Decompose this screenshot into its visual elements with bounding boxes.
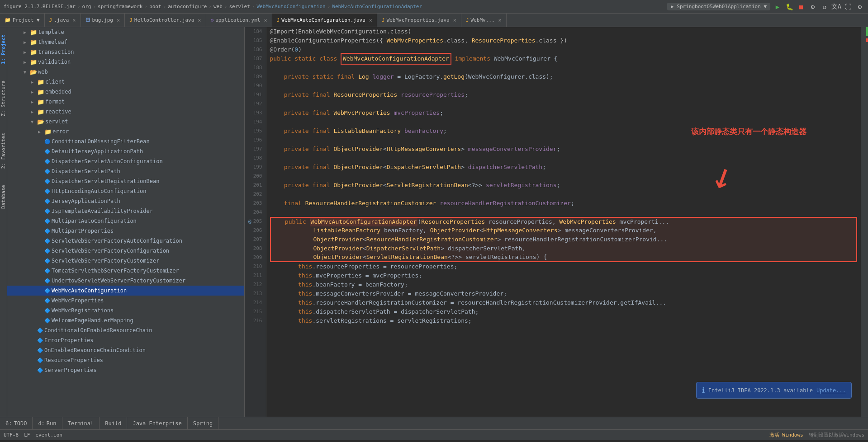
tab-webmv2-close[interactable]: × (498, 17, 502, 24)
code-line-185: @EnableConfigurationProperties({ WebMvcP… (270, 36, 858, 45)
code-line-189: private static final Log logger = LogFac… (270, 72, 858, 81)
run-button[interactable]: ▶ (773, 2, 782, 11)
code-line-213: this.messageConvertersProvider = message… (270, 289, 858, 298)
tab-bug-close[interactable]: × (117, 17, 120, 24)
tree-item-web[interactable]: ▼ 📂 web (7, 67, 244, 77)
tab-webmv2[interactable]: J WebMv... × (461, 14, 507, 27)
tree-item-ServerProperties[interactable]: ▶ 🔷 ServerProperties (7, 365, 244, 375)
terminal-label: Terminal (68, 420, 94, 427)
tree-item-MultipartAutoConfiguration[interactable]: ▶ 🔷 MultipartAutoConfiguration (7, 216, 244, 226)
tree-item-OnEnabledResourceChainCondition[interactable]: ▶ 🔷 OnEnabledResourceChainCondition (7, 345, 244, 355)
tree-item-thymeleaf[interactable]: ▶ 📁 thymeleaf (7, 37, 244, 47)
tab-java1[interactable]: J .java × (45, 14, 81, 27)
tree-item-ServletWebServerFactoryCustomizer[interactable]: ▶ 🔷 ServletWebServerFactoryCustomizer (7, 256, 244, 266)
run-config-selector[interactable]: ▶ Springboot05Web01Application ▼ (667, 3, 770, 10)
tree-label-TomcatServletWebServerFactoryCustomizer: TomcatServletWebServerFactoryCustomizer (52, 268, 179, 274)
tree-item-HttpEncodingAutoConfiguration[interactable]: ▶ 🔷 HttpEncodingAutoConfiguration (7, 186, 244, 196)
tab-project[interactable]: 📁 Project ▼ (0, 14, 45, 27)
bottom-tab-spring[interactable]: Spring (188, 417, 218, 430)
tree-item-reactive[interactable]: ▶ 📁 reactive (7, 107, 244, 117)
left-sidebar-database[interactable]: Database (0, 181, 7, 212)
tree-label-JerseyApplicationPath: JerseyApplicationPath (52, 198, 120, 204)
left-sidebar-structure[interactable]: Z: Structure (0, 77, 7, 120)
bottom-tab-build[interactable]: Build (100, 417, 127, 430)
tree-item-client[interactable]: ▶ 📁 client (7, 77, 244, 87)
code-line-203: final ResourceHandlerRegistrationCustomi… (270, 199, 858, 208)
webmvcprops-icon: J (382, 17, 385, 23)
tab-webmvcprops[interactable]: J WebMvcProperties.java × (377, 14, 461, 27)
tree-item-DispatcherServletAutoConfiguration[interactable]: ▶ 🔷 DispatcherServletAutoConfiguration (7, 156, 244, 166)
tree-item-servlet[interactable]: ▼ 📂 servlet (7, 117, 244, 127)
debug-button[interactable]: 🐛 (785, 2, 794, 11)
tree-item-transaction[interactable]: ▶ 📁 transaction (7, 47, 244, 57)
status-left: UTF-8 LF event.ion (4, 432, 62, 438)
tree-label-ErrorProperties: ErrorProperties (44, 337, 93, 343)
top-bar: figure-2.3.7.RELEASE.jar › org › springf… (0, 0, 868, 14)
tab-java1-close[interactable]: × (72, 17, 76, 24)
tree-item-WebMvcAutoConfiguration[interactable]: ▶ 🔷 WebMvcAutoConfiguration (7, 286, 244, 296)
code-line-212: this.beanFactory = beanFactory; (270, 280, 858, 289)
update-link[interactable]: Update... (816, 387, 846, 394)
tree-item-template[interactable]: ▶ 📁 template (7, 27, 244, 37)
right-sidebar (861, 27, 868, 417)
tree-item-ServletWebServerFactoryAutoConfiguration[interactable]: ▶ 🔷 ServletWebServerFactoryAutoConfigura… (7, 236, 244, 246)
tree-item-error[interactable]: ▶ 📁 error (7, 127, 244, 136)
tree-label-ConditionalOnEnabledResourceChain: ConditionalOnEnabledResourceChain (44, 327, 152, 334)
code-editor[interactable]: 该内部静态类只有一个静态构造器 ↓ 184 185 186 187 188 18… (245, 27, 861, 417)
tree-item-validation[interactable]: ▶ 📁 validation (7, 57, 244, 67)
tree-item-WelcomePageHandlerMapping[interactable]: ▶ 🔷 WelcomePageHandlerMapping (7, 315, 244, 325)
tree-item-ConditionalOnMissingFilterBean[interactable]: ▶ 🔵 ConditionalOnMissingFilterBean (7, 136, 244, 146)
windows-activate-sub: 转到设置以激活Windows (809, 432, 864, 438)
tree-label-transaction: transaction (38, 49, 74, 55)
left-sidebar-1-project[interactable]: 1: Project (0, 31, 7, 68)
tree-item-DispatcherServletRegistrationBean[interactable]: ▶ 🔷 DispatcherServletRegistrationBean (7, 176, 244, 186)
tree-item-ResourceProperties[interactable]: ▶ 🔷 ResourceProperties (7, 355, 244, 365)
tab-hello[interactable]: J HelloController.java × (125, 14, 206, 27)
tab-bug[interactable]: 🖼 bug.jpg × (81, 14, 125, 27)
tree-item-WebMvcProperties[interactable]: ▶ 🔷 WebMvcProperties (7, 296, 244, 306)
tab-app[interactable]: ⚙ application.yml × (206, 14, 272, 27)
hello-icon: J (129, 17, 133, 23)
tree-label-DispatcherServletAutoConfiguration: DispatcherServletAutoConfiguration (52, 158, 163, 165)
intellij-notification[interactable]: ℹ IntelliJ IDEA 2022.1.3 available Updat… (696, 382, 852, 399)
ln-191: 191 (248, 90, 262, 99)
ln-193: 193 (248, 108, 262, 118)
tree-item-JerseyApplicationPath[interactable]: ▶ 🔷 JerseyApplicationPath (7, 196, 244, 206)
tree-item-ErrorProperties[interactable]: ▶ 🔷 ErrorProperties (7, 335, 244, 345)
tab-app-close[interactable]: × (264, 17, 267, 24)
tree-item-embedded[interactable]: ▶ 📁 embedded (7, 87, 244, 97)
tree-item-UndertowServletWebServerFactoryCustomizer[interactable]: ▶ 🔷 UndertowServletWebServerFactoryCusto… (7, 276, 244, 286)
tree-item-ConditionalOnEnabledResourceChain[interactable]: ▶ 🔷 ConditionalOnEnabledResourceChain (7, 325, 244, 335)
class-icon: 🔷 (44, 149, 51, 155)
settings-button[interactable]: ⚙ (855, 2, 864, 11)
tree-item-TomcatServletWebServerFactoryCustomizer[interactable]: ▶ 🔷 TomcatServletWebServerFactoryCustomi… (7, 266, 244, 276)
left-sidebar-favorites[interactable]: 2: Favorites (0, 129, 7, 172)
code-line-215: this.dispatcherServletPath = dispatcherS… (270, 307, 858, 316)
sync-button[interactable]: ↺ (820, 2, 829, 11)
ln-203: 203 (248, 199, 262, 208)
build-button[interactable]: ⚙ (808, 2, 817, 11)
tab-hello-close[interactable]: × (198, 17, 201, 24)
ln-195: 195 (248, 127, 262, 136)
bottom-tab-terminal[interactable]: Terminal (62, 417, 100, 430)
tree-item-format[interactable]: ▶ 📁 format (7, 97, 244, 107)
tree-item-DispatcherServletPath[interactable]: ▶ 🔷 DispatcherServletPath (7, 166, 244, 176)
left-sidebar: 1: Project Z: Structure 2: Favorites Dat… (0, 27, 7, 417)
bottom-tab-todo[interactable]: 6: TODO (0, 417, 33, 430)
tab-webmvc[interactable]: J WebMvcAutoConfiguration.java × (272, 14, 377, 27)
tab-webmvcprops-close[interactable]: × (453, 17, 456, 24)
bottom-tab-run[interactable]: 4: Run (33, 417, 62, 430)
java1-icon: J (49, 17, 52, 23)
bottom-tab-java-enterprise[interactable]: Java Enterprise (127, 417, 187, 430)
tree-item-ServletWebServerFactoryConfiguration[interactable]: ▶ 🔷 ServletWebServerFactoryConfiguration (7, 246, 244, 256)
tree-item-MultipartProperties[interactable]: ▶ 🔷 MultipartProperties (7, 226, 244, 236)
translate-button[interactable]: 文A (832, 2, 841, 11)
ln-214: 214 (248, 298, 262, 307)
code-line-206: ListableBeanFactory beanFactory, ObjectP… (270, 226, 858, 235)
tree-item-JspTemplateAvailabilityProvider[interactable]: ▶ 🔷 JspTemplateAvailabilityProvider (7, 206, 244, 216)
stop-button[interactable]: ■ (797, 2, 806, 11)
tab-webmvc-close[interactable]: × (369, 17, 372, 24)
tree-item-DefaultJerseyApplicationPath[interactable]: ▶ 🔷 DefaultJerseyApplicationPath (7, 146, 244, 156)
tree-item-WebMvcRegistrations[interactable]: ▶ 🔷 WebMvcRegistrations (7, 306, 244, 315)
fullscreen-button[interactable]: ⛶ (844, 2, 853, 11)
